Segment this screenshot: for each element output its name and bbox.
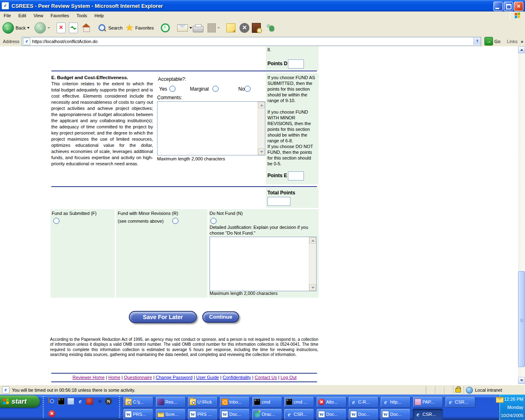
- taskbar-button[interactable]: Orac...: [252, 409, 282, 420]
- link-log-out[interactable]: Log Out: [281, 375, 297, 380]
- forward-dropdown-icon[interactable]: [48, 27, 50, 29]
- netscape-launcher-icon[interactable]: [105, 398, 112, 405]
- taskbar-button[interactable]: PRS ...: [187, 409, 218, 420]
- fund-submitted-radio[interactable]: [53, 218, 59, 224]
- scrollbar-down-button[interactable]: [518, 377, 525, 384]
- textarea-scrollbar[interactable]: [309, 237, 316, 291]
- window-launcher-icon[interactable]: [67, 398, 74, 405]
- taskbar-button[interactable]: Res...: [155, 396, 186, 408]
- justification-textarea[interactable]: [210, 237, 317, 291]
- cmd-launcher-icon[interactable]: [58, 398, 65, 405]
- redx-launcher-icon[interactable]: [48, 410, 55, 417]
- edit-button[interactable]: [208, 21, 220, 35]
- favorites-button[interactable]: Favorites: [126, 21, 154, 35]
- menu-tools[interactable]: Tools: [73, 13, 91, 18]
- total-points-input[interactable]: [267, 197, 290, 206]
- taskbar-button[interactable]: CSR...: [284, 409, 314, 420]
- scroll-up-icon[interactable]: [258, 102, 265, 108]
- scroll-up-icon[interactable]: [309, 237, 316, 244]
- quicklaunch-grip[interactable]: [43, 396, 44, 418]
- link-questionnaire[interactable]: Questionnaire: [124, 375, 152, 380]
- print-button[interactable]: [193, 21, 203, 35]
- ie-launcher-icon[interactable]: [77, 398, 84, 405]
- zone-pane: Local intranet: [463, 386, 525, 394]
- tray-time[interactable]: 12:26 PM: [500, 397, 523, 402]
- fund-submitted-label: Fund as Submitted (F): [52, 211, 96, 216]
- link-home[interactable]: Home: [108, 375, 120, 380]
- taskbar-button[interactable]: Scre...: [155, 409, 186, 420]
- acceptable-yes-radio[interactable]: [169, 86, 176, 92]
- clock-launcher-icon[interactable]: [48, 397, 49, 403]
- taskbar-button[interactable]: http...: [380, 396, 411, 408]
- acceptable-marginal-radio[interactable]: [212, 86, 219, 92]
- search-button[interactable]: Search: [98, 21, 123, 35]
- comments-textarea[interactable]: [157, 101, 265, 155]
- forward-button[interactable]: [34, 21, 50, 35]
- taskbar-button[interactable]: Alto...: [316, 396, 347, 408]
- taskbar-button[interactable]: C:\j...: [123, 396, 153, 408]
- menu-file[interactable]: File: [0, 13, 15, 18]
- menu-favorites[interactable]: Favorites: [47, 13, 73, 18]
- vertical-scrollbar[interactable]: [518, 46, 525, 384]
- scroll-down-icon[interactable]: [309, 284, 316, 291]
- go-button[interactable]: Go: [484, 37, 500, 46]
- history-button[interactable]: [161, 21, 170, 35]
- address-input[interactable]: https://localhost/conflictAction.do: [22, 37, 481, 46]
- textarea-scrollbar[interactable]: [258, 102, 265, 155]
- start-button[interactable]: start: [0, 395, 40, 408]
- fund-minor-radio[interactable]: [172, 218, 178, 224]
- taskbar-button[interactable]: PAP...: [413, 396, 443, 408]
- taskbar-button[interactable]: Doc...: [380, 409, 411, 420]
- menu-view[interactable]: View: [30, 13, 47, 18]
- taskbar-button[interactable]: U:\Rick: [187, 396, 218, 408]
- stop-gray-button[interactable]: [240, 21, 249, 35]
- taskbar-button[interactable]: Doc...: [316, 409, 347, 420]
- discuss-button[interactable]: [226, 21, 235, 35]
- back-button[interactable]: Back: [2, 21, 30, 35]
- stop-button[interactable]: [57, 21, 66, 35]
- taskbar-button[interactable]: cmd: [252, 396, 282, 408]
- minimize-button[interactable]: [493, 2, 503, 11]
- acceptable-no-radio[interactable]: [244, 86, 251, 92]
- link-contact-us[interactable]: Contact Us: [255, 375, 277, 380]
- link-reviewer-home[interactable]: Reviewer Home: [73, 375, 105, 380]
- taskbar-button[interactable]: Doc...: [348, 409, 379, 420]
- tray-day[interactable]: Monday: [500, 405, 523, 410]
- scrollbar-up-button[interactable]: [518, 46, 525, 53]
- close-button[interactable]: [514, 2, 523, 11]
- taskbar-button[interactable]: Doc...: [219, 409, 250, 420]
- back-dropdown-icon[interactable]: [27, 27, 30, 29]
- restore-icon: [506, 4, 511, 9]
- messenger-button[interactable]: [266, 21, 276, 35]
- do-not-fund-radio[interactable]: [210, 218, 217, 224]
- mail-button[interactable]: [177, 21, 192, 35]
- go-arrow-icon: [484, 37, 493, 46]
- dragon-launcher-icon[interactable]: [86, 398, 93, 405]
- taskbar-button[interactable]: Inbo...: [219, 396, 250, 408]
- menu-help[interactable]: Help: [91, 13, 107, 18]
- link-user-guide[interactable]: User Guide: [196, 375, 219, 380]
- points-d-input[interactable]: [288, 59, 304, 68]
- taskbar-button[interactable]: cmd ...: [284, 396, 314, 408]
- taskbar-button-active[interactable]: CSR...: [413, 409, 443, 420]
- refresh-button[interactable]: [69, 21, 78, 35]
- mail-dropdown-icon[interactable]: [189, 27, 192, 29]
- link-confidentiality[interactable]: Confidentiality: [223, 375, 251, 380]
- menu-edit[interactable]: Edit: [15, 13, 30, 18]
- taskbar-button[interactable]: PRS...: [123, 409, 153, 420]
- points-e-input[interactable]: [288, 171, 304, 180]
- address-dropdown-icon[interactable]: [473, 37, 481, 45]
- research-button[interactable]: [252, 21, 261, 35]
- restore-button[interactable]: [504, 2, 513, 11]
- scroll-down-icon[interactable]: [258, 148, 265, 155]
- links-toolbar[interactable]: Links: [507, 39, 523, 44]
- save-for-later-button[interactable]: Save For Later: [129, 311, 197, 323]
- scrollbar-thumb[interactable]: [518, 271, 525, 367]
- taskbar-button[interactable]: C-R...: [348, 396, 379, 408]
- tray-date[interactable]: 10/24/2005: [500, 413, 523, 418]
- quicklaunch-grip[interactable]: [119, 396, 120, 418]
- continue-button[interactable]: Continue: [202, 311, 239, 323]
- taskbar-button[interactable]: CSR...: [445, 396, 475, 408]
- link-change-password[interactable]: Change Password: [156, 375, 193, 380]
- home-button[interactable]: [81, 21, 91, 35]
